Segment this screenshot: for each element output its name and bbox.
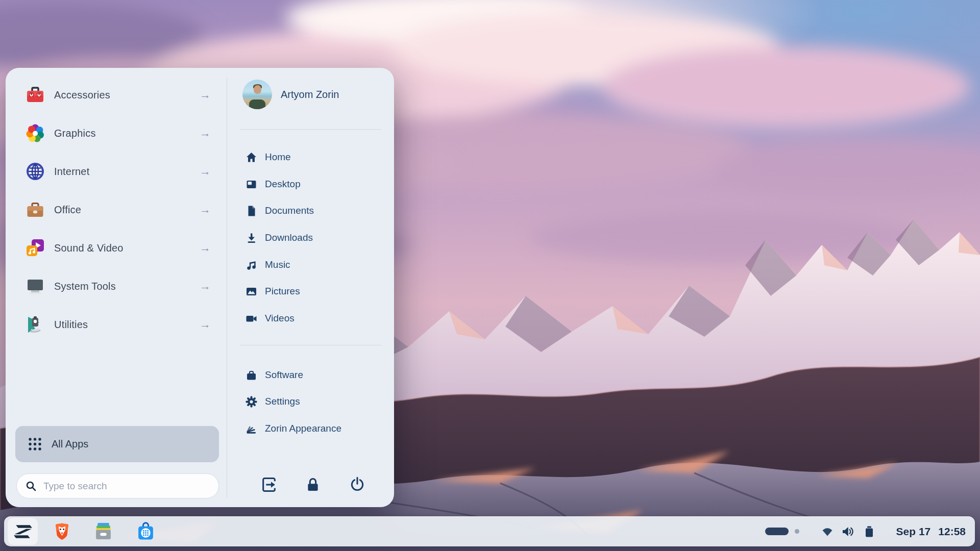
graphics-pinwheel-icon xyxy=(25,123,45,143)
category-label: Sound & Video xyxy=(54,242,200,254)
date-label: Sep 17 xyxy=(896,525,931,538)
logout-icon[interactable] xyxy=(260,476,278,493)
chevron-right-icon: → xyxy=(200,165,211,178)
document-icon xyxy=(246,205,257,217)
software-bag-icon xyxy=(246,369,257,381)
office-briefcase-icon xyxy=(25,199,45,220)
place-label: Documents xyxy=(265,205,314,216)
taskbar: Sep 17 12:58 xyxy=(4,516,975,546)
category-label: System Tools xyxy=(54,281,200,292)
search-bar[interactable] xyxy=(16,473,219,498)
category-label: Graphics xyxy=(54,128,200,139)
clock[interactable]: Sep 17 12:58 xyxy=(896,525,966,538)
place-desktop[interactable]: Desktop xyxy=(246,173,378,195)
place-home[interactable]: Home xyxy=(246,146,378,168)
shortcut-label: Software xyxy=(265,369,303,381)
desktop-icon xyxy=(246,179,257,190)
music-icon xyxy=(246,259,257,271)
zorin-logo-icon xyxy=(13,522,33,541)
menu-divider-bottom xyxy=(240,345,381,345)
system-tray: Sep 17 12:58 xyxy=(765,516,966,546)
picture-icon xyxy=(246,286,257,297)
search-icon xyxy=(26,481,37,492)
menu-divider-vertical xyxy=(227,77,227,498)
video-camera-icon xyxy=(246,313,257,324)
place-label: Pictures xyxy=(265,286,300,297)
shortcut-label: Settings xyxy=(265,396,300,407)
place-pictures[interactable]: Pictures xyxy=(246,281,378,302)
accessories-toolbox-icon xyxy=(25,85,45,105)
user-account[interactable]: Artyom Zorin xyxy=(242,80,339,109)
category-sound-video[interactable]: Sound & Video → xyxy=(21,233,214,263)
internet-globe-icon xyxy=(25,161,45,182)
chevron-right-icon: → xyxy=(200,88,211,102)
place-downloads[interactable]: Downloads xyxy=(246,227,378,248)
lock-icon[interactable] xyxy=(304,476,322,493)
volume-icon[interactable] xyxy=(841,525,854,538)
wifi-icon[interactable] xyxy=(821,525,834,538)
shortcut-label: Zorin Appearance xyxy=(265,423,341,434)
category-utilities[interactable]: Utilities → xyxy=(21,310,214,339)
home-icon xyxy=(246,152,257,163)
brave-browser-icon[interactable] xyxy=(53,522,71,541)
session-controls xyxy=(227,474,394,496)
search-input[interactable] xyxy=(43,481,197,492)
time-label: 12:58 xyxy=(938,525,966,538)
place-label: Videos xyxy=(265,313,295,324)
zorin-menu-button[interactable] xyxy=(8,518,38,545)
power-icon[interactable] xyxy=(349,476,366,493)
category-label: Utilities xyxy=(54,319,200,331)
place-label: Downloads xyxy=(265,232,313,243)
workspace-indicator-active[interactable] xyxy=(765,528,789,535)
place-label: Desktop xyxy=(265,179,301,190)
utilities-icon xyxy=(25,314,45,335)
file-manager-icon[interactable] xyxy=(94,522,113,541)
workspace-indicator-dot[interactable] xyxy=(795,529,799,534)
shortcut-settings[interactable]: Settings xyxy=(246,391,378,412)
place-music[interactable]: Music xyxy=(246,254,378,276)
chevron-right-icon: → xyxy=(200,280,211,293)
category-label: Internet xyxy=(54,166,200,178)
category-system-tools[interactable]: System Tools → xyxy=(21,271,214,301)
user-avatar xyxy=(242,80,272,109)
battery-icon[interactable] xyxy=(863,525,876,538)
chevron-right-icon: → xyxy=(200,127,211,140)
category-graphics[interactable]: Graphics → xyxy=(21,118,214,148)
all-apps-label: All Apps xyxy=(52,438,88,450)
system-tools-monitor-icon xyxy=(25,276,45,296)
shortcut-zorin-appearance[interactable]: Zorin Appearance xyxy=(246,418,378,439)
category-accessories[interactable]: Accessories → xyxy=(21,80,214,110)
appearance-fan-icon xyxy=(246,423,257,435)
desktop: Accessories → Graphics → xyxy=(0,0,980,551)
all-apps-button[interactable]: All Apps xyxy=(15,426,219,462)
user-name: Artyom Zorin xyxy=(281,89,339,101)
place-label: Home xyxy=(265,152,291,163)
apps-grid-icon xyxy=(28,437,42,451)
chevron-right-icon: → xyxy=(200,318,211,331)
download-icon xyxy=(246,232,257,244)
place-videos[interactable]: Videos xyxy=(246,308,378,329)
category-label: Accessories xyxy=(54,89,200,101)
app-menu-panel: Accessories → Graphics → xyxy=(6,68,394,507)
category-internet[interactable]: Internet → xyxy=(21,157,214,186)
category-label: Office xyxy=(54,204,200,216)
place-label: Music xyxy=(265,259,290,270)
chevron-right-icon: → xyxy=(200,241,211,255)
sound-video-icon xyxy=(25,238,45,258)
menu-divider-top xyxy=(240,129,381,130)
category-office[interactable]: Office → xyxy=(21,195,214,224)
chevron-right-icon: → xyxy=(200,203,211,216)
shortcut-software[interactable]: Software xyxy=(246,364,378,386)
place-documents[interactable]: Documents xyxy=(246,200,378,221)
software-store-icon[interactable] xyxy=(136,522,155,541)
gear-icon xyxy=(246,396,257,408)
